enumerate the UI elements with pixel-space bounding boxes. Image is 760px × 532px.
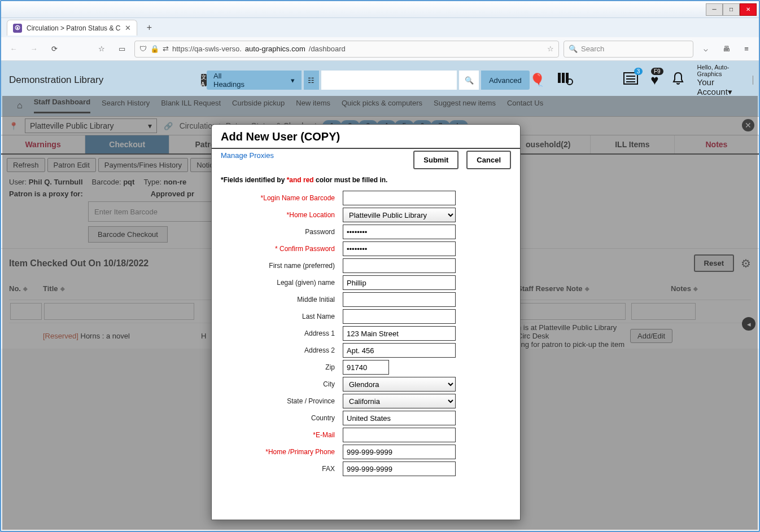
input-addr2[interactable] [343,343,456,358]
input-addr1[interactable] [343,326,456,341]
input-pass[interactable] [343,225,456,239]
browser-tabstrip: ⦿ Circulation > Patron Status & C ✕ + [1,18,759,37]
label-addr2: Address 2 [219,346,335,354]
window-close[interactable]: ✕ [740,3,757,16]
bookmark-star-icon[interactable]: ☆ [94,41,110,57]
select-state[interactable]: California [343,394,456,408]
select-city[interactable]: Glendora [343,377,456,392]
input-legal[interactable] [343,275,456,290]
hello-text: Hello, Auto-Graphics [697,64,741,77]
forward-button[interactable]: → [26,41,42,57]
browser-search-input[interactable]: 🔍 Search [564,41,693,58]
tab-close-icon[interactable]: ✕ [125,24,131,32]
label-home: *Home Location [219,211,335,219]
url-input[interactable]: 🛡 🔒 ⇄ https://qa-swls-verso.auto-graphic… [134,41,559,58]
back-button[interactable]: ← [6,41,21,57]
required-note: *Fields identified by *and red color mus… [212,172,520,188]
advanced-button[interactable]: Advanced [481,71,530,90]
label-city: City [219,380,335,388]
label-last: Last Name [219,313,335,320]
submit-button[interactable]: Submit [413,151,458,169]
logout-link[interactable]: Logout [753,76,760,85]
balloon-icon[interactable]: 🎈 [530,73,545,87]
label-middle: Middle Initial [219,296,335,304]
input-phone[interactable] [343,445,456,459]
window-titlebar: ─ □ ✕ [1,1,759,18]
cancel-button[interactable]: Cancel [466,151,511,169]
browser-tab[interactable]: ⦿ Circulation > Patron Status & C ✕ [7,20,137,36]
select-home[interactable]: Platteville Public Library [343,208,456,222]
label-phone: *Home /Primary Phone [219,448,335,456]
input-cpass[interactable] [343,241,456,256]
catalog-search-button[interactable]: 🔍 [459,71,479,90]
label-addr1: Address 1 [219,329,335,337]
page-star-icon[interactable]: ☆ [547,45,554,53]
input-zip[interactable] [343,360,389,375]
url-text-gray: https://qa-swls-verso. [172,45,242,53]
label-cpass: * Confirm Password [219,245,335,253]
hamburger-menu-icon[interactable]: ≡ [739,41,754,57]
input-last[interactable] [343,309,456,324]
list-badge: 3 [634,68,643,75]
input-country[interactable] [343,411,456,425]
bell-icon[interactable] [671,72,685,89]
input-fax[interactable] [343,461,456,476]
label-pass: Password [219,228,335,236]
add-user-modal: Add New User (COPY) Manage Proxies Submi… [211,124,521,520]
input-first[interactable] [343,258,456,273]
search-icon: 🔍 [569,45,578,53]
url-text-path: /dashboard [309,45,346,53]
svg-rect-0 [558,73,561,83]
heart-icon[interactable]: ♥ F9 [650,72,658,88]
pocket-icon[interactable]: ⌵ [698,41,714,57]
window-minimize[interactable]: ─ [706,3,723,16]
print-icon[interactable]: 🖶 [718,41,734,57]
language-icon[interactable]: 文A [201,74,207,86]
extension-icon[interactable]: ▭ [114,41,130,57]
input-login[interactable] [343,191,456,205]
new-tab-button[interactable]: + [142,20,156,35]
catalog-search-input[interactable] [321,71,457,90]
url-text-domain: auto-graphics.com [245,45,305,53]
heading-select[interactable]: All Headings ▾ [207,71,302,90]
label-fax: FAX [219,465,335,473]
label-legal: Legal (given) name [219,279,335,287]
account-block[interactable]: Hello, Auto-Graphics Your Account▾ [697,64,741,97]
lock-icon: 🔒 [150,45,159,53]
input-email[interactable] [343,428,456,442]
reload-button[interactable]: ⟳ [46,41,62,57]
label-first: First name (preferred) [219,262,335,270]
browser-urlbar: ← → ⟳ ☆ ▭ 🛡 🔒 ⇄ https://qa-swls-verso.au… [1,37,759,61]
browser-search-placeholder: Search [581,45,604,53]
shield-icon: 🛡 [139,45,147,53]
req-post: color must be filled in. [316,176,387,184]
modal-title: Add New User (COPY) [212,125,520,149]
tab-title: Circulation > Patron Status & C [27,24,120,32]
label-login: *Login Name or Barcode [219,194,335,202]
database-icon[interactable]: ☷ [304,71,319,90]
chevron-down-icon: ▾ [728,87,732,96]
label-country: Country [219,414,335,422]
label-state: State / Province [219,397,335,405]
svg-rect-1 [562,73,565,83]
label-email: *E-Mail [219,431,335,439]
input-middle[interactable] [343,292,456,307]
req-pre: *Fields identified by [221,176,287,184]
resources-icon[interactable] [557,72,573,89]
your-account-text: Your Account [697,77,728,96]
tab-favicon: ⦿ [13,24,22,33]
list-icon[interactable]: 3 [623,72,638,88]
heart-badge: F9 [651,68,663,75]
window-maximize[interactable]: □ [723,3,740,16]
chevron-down-icon: ▾ [291,76,295,85]
settings-toggle-icon: ⇄ [163,45,169,53]
heading-select-label: All Headings [213,72,251,89]
label-zip: Zip [219,363,335,371]
req-red: *and red [287,176,314,184]
library-name: Demonstration Library [9,74,201,86]
